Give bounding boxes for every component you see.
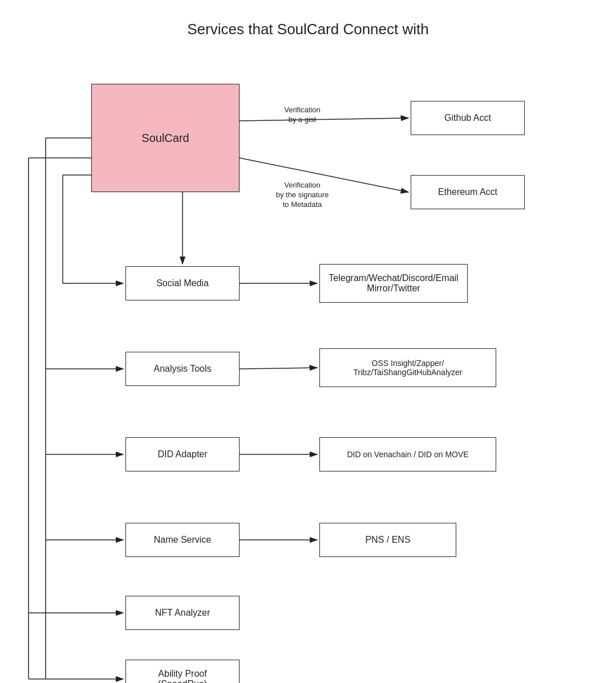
- ability-proof-box: Ability Proof (SpeedRun): [125, 660, 240, 683]
- page-title: Services that SoulCard Connect with: [0, 0, 616, 44]
- ethereum-acct-box: Ethereum Acct: [411, 175, 525, 209]
- analysis-tools-services-box: OSS Insight/Zapper/ Tribz/TaiShangGitHub…: [319, 348, 496, 387]
- ability-proof-label: Ability Proof (SpeedRun): [158, 669, 207, 683]
- name-services-box: PNS / ENS: [319, 523, 456, 557]
- soulcard-box: SoulCard: [91, 84, 240, 192]
- ethereum-acct-label: Ethereum Acct: [438, 187, 497, 197]
- social-media-box: Social Media: [125, 266, 240, 300]
- name-service-label: Name Service: [154, 535, 211, 545]
- svg-line-5: [240, 368, 317, 369]
- social-media-label: Social Media: [156, 278, 209, 288]
- name-service-box: Name Service: [125, 523, 240, 557]
- social-media-services-label: Telegram/Wechat/Discord/Email Mirror/Twi…: [329, 273, 458, 294]
- diagram: SoulCard Github Acct Ethereum Acct Socia…: [0, 44, 616, 683]
- analysis-tools-box: Analysis Tools: [125, 352, 240, 386]
- did-services-label: DID on Venachain / DID on MOVE: [347, 450, 468, 459]
- github-acct-box: Github Acct: [411, 101, 525, 135]
- nft-analyzer-box: NFT Analyzer: [125, 596, 240, 630]
- github-acct-label: Github Acct: [444, 113, 491, 123]
- did-adapter-box: DID Adapter: [125, 437, 240, 471]
- did-services-box: DID on Venachain / DID on MOVE: [319, 437, 496, 471]
- nft-analyzer-label: NFT Analyzer: [155, 608, 210, 618]
- social-media-services-box: Telegram/Wechat/Discord/Email Mirror/Twi…: [319, 264, 468, 303]
- name-services-label: PNS / ENS: [365, 535, 410, 545]
- analysis-tools-services-label: OSS Insight/Zapper/ Tribz/TaiShangGitHub…: [354, 359, 463, 377]
- soulcard-label: SoulCard: [141, 132, 189, 145]
- label-verification-gist: Verification by a gist: [265, 105, 339, 125]
- label-verification-sig: Verification by the signature to Metadat…: [260, 181, 345, 210]
- analysis-tools-label: Analysis Tools: [153, 364, 211, 374]
- did-adapter-label: DID Adapter: [157, 449, 207, 460]
